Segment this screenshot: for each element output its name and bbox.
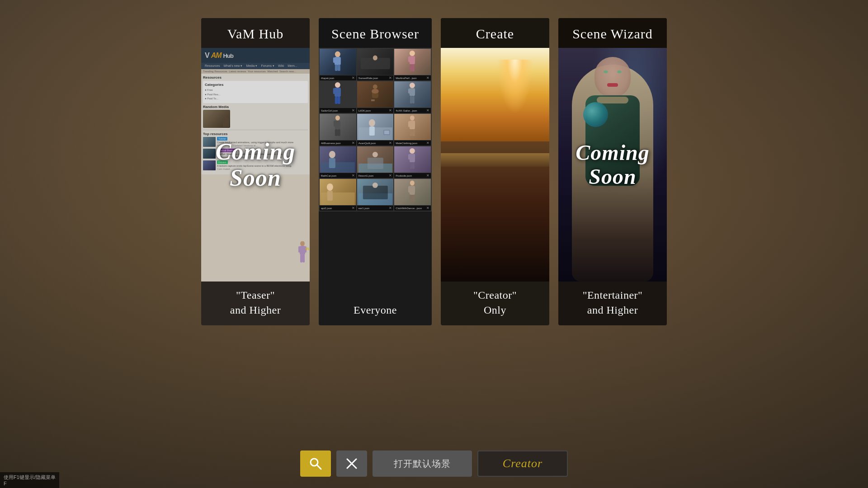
svg-rect-54 — [321, 162, 355, 173]
scene-thumb-13[interactable]: apt2.json✕ — [320, 179, 356, 211]
svg-rect-9 — [333, 57, 336, 63]
svg-rect-45 — [369, 127, 374, 136]
scene-thumb-6[interactable]: 4xXK-Sailor...json✕ — [394, 81, 431, 113]
svg-rect-18 — [413, 56, 415, 62]
svg-rect-17 — [408, 56, 410, 62]
scene-thumb-4[interactable]: SailorGirl.json✕ — [320, 81, 356, 113]
svg-line-79 — [317, 465, 321, 469]
scene-wizard-coming-soon-text: ComingSoon — [576, 141, 649, 189]
svg-rect-75 — [413, 186, 415, 192]
card-create[interactable]: Create "Creator" Only — [441, 18, 549, 325]
svg-rect-35 — [410, 96, 412, 103]
svg-rect-77 — [412, 195, 415, 202]
svg-point-31 — [410, 83, 415, 88]
search-icon — [308, 456, 323, 471]
scene-thumb-1[interactable]: #tapet.json✕ — [320, 49, 356, 80]
scene-browser-title: Scene Browser — [319, 18, 432, 48]
svg-point-67 — [327, 183, 333, 191]
scene-thumb-14[interactable]: ear1.json✕ — [357, 179, 394, 211]
svg-rect-20 — [412, 64, 415, 71]
svg-rect-25 — [335, 97, 338, 104]
scene-wizard-title: Scene Wizard — [558, 18, 667, 48]
svg-point-30 — [371, 89, 378, 94]
svg-rect-10 — [338, 57, 340, 63]
card-vam-hub[interactable]: VaM Hub V AM Hub ResourcesWhat's new ▾Me… — [201, 18, 310, 325]
scene-thumb-7[interactable]: AllBusiness.json✕ — [320, 114, 356, 145]
svg-point-55 — [329, 151, 335, 158]
svg-point-72 — [410, 181, 415, 186]
svg-rect-62 — [408, 154, 410, 160]
svg-point-44 — [368, 119, 375, 127]
svg-rect-34 — [413, 89, 415, 94]
svg-point-37 — [335, 116, 340, 121]
vam-hub-coming-soon-overlay: ComingSoon — [201, 48, 310, 282]
svg-point-71 — [372, 183, 377, 188]
svg-rect-41 — [335, 129, 338, 136]
svg-rect-42 — [338, 129, 340, 136]
svg-rect-68 — [327, 191, 333, 201]
svg-rect-39 — [334, 121, 336, 127]
svg-point-15 — [410, 51, 415, 56]
creator-button[interactable]: Creator — [477, 450, 568, 477]
create-footer: "Creator" Only — [441, 282, 549, 325]
scene-thumb-15[interactable]: ClubWithDance...json✕ — [394, 179, 431, 211]
svg-rect-47 — [384, 131, 389, 134]
search-button[interactable] — [300, 450, 331, 477]
svg-rect-63 — [413, 154, 415, 160]
svg-rect-11 — [335, 65, 338, 71]
svg-point-14 — [373, 56, 377, 61]
svg-rect-29 — [371, 99, 374, 101]
vam-hub-title: VaM Hub — [201, 18, 310, 48]
svg-point-60 — [410, 148, 415, 154]
scene-grid: #tapet.json✕ SunsetRide.json✕ — [319, 48, 432, 211]
scene-thumb-12[interactable]: Poolside.json✕ — [394, 146, 431, 178]
scene-wizard-coming-soon-overlay: ComingSoon — [558, 48, 667, 282]
create-title: Create — [441, 18, 549, 48]
svg-rect-51 — [413, 121, 415, 127]
scene-thumb-8[interactable]: AvanQuilt.json✕ — [357, 114, 394, 145]
svg-point-27 — [373, 84, 377, 89]
close-button[interactable] — [336, 450, 367, 477]
scene-thumb-10[interactable]: BathCar.json✕ — [320, 146, 356, 178]
vam-hub-image-area: V AM Hub ResourcesWhat's new ▾Media ▾For… — [201, 48, 310, 282]
svg-rect-12 — [338, 65, 340, 71]
create-image — [441, 48, 549, 282]
svg-point-21 — [335, 82, 340, 88]
svg-rect-33 — [408, 89, 410, 94]
bottom-toolbar: 打开默认场景 Creator — [0, 441, 868, 488]
scene-thumb-3[interactable]: MarlinsPerf...json✕ — [394, 49, 431, 80]
card-scene-browser[interactable]: Scene Browser — [319, 18, 432, 325]
scene-wizard-image-area: ComingSoon — [558, 48, 667, 282]
svg-rect-76 — [410, 195, 412, 202]
svg-rect-50 — [408, 121, 410, 127]
svg-rect-26 — [338, 97, 340, 104]
svg-point-80 — [313, 461, 315, 463]
svg-rect-56 — [329, 158, 335, 168]
scene-browser-footer: Everyone — [319, 296, 432, 325]
svg-point-7 — [335, 52, 340, 57]
vam-hub-coming-soon-text: ComingSoon — [216, 139, 296, 190]
svg-rect-64 — [410, 162, 412, 169]
svg-rect-66 — [321, 192, 355, 205]
card-scene-wizard[interactable]: Scene Wizard — [558, 18, 667, 325]
close-icon — [345, 457, 358, 470]
svg-point-48 — [410, 116, 415, 121]
svg-rect-40 — [338, 121, 340, 127]
svg-rect-24 — [339, 88, 341, 94]
scene-thumb-2[interactable]: SunsetRide.json✕ — [357, 49, 394, 80]
create-image-area — [441, 48, 549, 282]
svg-rect-65 — [412, 162, 415, 169]
svg-rect-23 — [333, 88, 335, 94]
svg-rect-52 — [410, 129, 412, 136]
open-scene-button[interactable]: 打开默认场景 — [373, 450, 472, 477]
svg-rect-53 — [412, 129, 415, 136]
scene-thumb-5[interactable]: LilOK.json✕ — [357, 81, 394, 113]
scene-thumb-9[interactable]: MaleClothing.json✕ — [394, 114, 431, 145]
svg-rect-58 — [367, 158, 383, 169]
main-container: VaM Hub V AM Hub ResourcesWhat's new ▾Me… — [0, 0, 868, 488]
svg-rect-74 — [408, 186, 410, 192]
vam-hub-footer: "Teaser" and Higher — [201, 282, 310, 325]
svg-rect-36 — [412, 96, 415, 103]
scene-thumb-11[interactable]: Resort1.json✕ — [357, 146, 394, 178]
cards-row: VaM Hub V AM Hub ResourcesWhat's new ▾Me… — [0, 0, 868, 441]
